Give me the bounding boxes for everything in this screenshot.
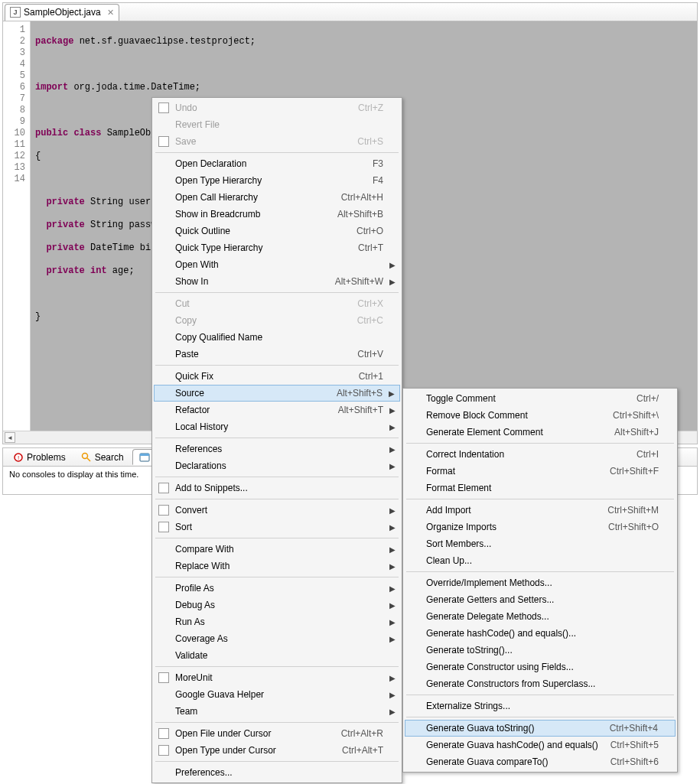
menu-item[interactable]: Open Type HierarchyF4: [154, 172, 400, 189]
menu-item[interactable]: MoreUnit▶: [154, 669, 400, 686]
menu-item[interactable]: Organize ImportsCtrl+Shift+O: [405, 519, 676, 535]
menu-separator: [406, 717, 674, 717]
menu-item[interactable]: Quick OutlineCtrl+O: [154, 223, 400, 239]
menu-item[interactable]: PasteCtrl+V: [154, 346, 400, 363]
menu-item[interactable]: Add to Snippets...: [154, 480, 400, 496]
menu-item-label: Copy Qualified Name: [175, 332, 262, 343]
tab-problems[interactable]: ! Problems: [6, 449, 73, 465]
menu-item[interactable]: References▶: [154, 441, 400, 457]
menu-item-label: Quick Fix: [175, 371, 213, 382]
menu-item[interactable]: Open Call HierarchyCtrl+Alt+H: [154, 189, 400, 206]
menu-item: CopyCtrl+C: [154, 312, 400, 329]
menu-shortcut: Ctrl+Alt+R: [341, 728, 383, 739]
menu-item[interactable]: Debug As▶: [154, 597, 400, 613]
menu-item[interactable]: Profile As▶: [154, 580, 400, 597]
menu-item[interactable]: Show in BreadcrumbAlt+Shift+B: [154, 206, 400, 223]
close-icon[interactable]: ✕: [107, 8, 114, 18]
menu-item[interactable]: Team▶: [154, 703, 400, 720]
java-file-icon: J: [10, 7, 21, 18]
submenu-arrow-icon: ▶: [389, 406, 396, 415]
menu-item[interactable]: Generate Constructor using Fields...: [405, 659, 676, 675]
menu-shortcut: Alt+Shift+W: [335, 276, 383, 287]
menu-item[interactable]: Generate Guava toString()Ctrl+Shift+4: [405, 720, 676, 737]
menu-item[interactable]: Generate Guava hashCode() and equals()Ct…: [405, 737, 676, 753]
menu-item-label: Externalize Strings...: [426, 701, 510, 711]
menu-item-label: Format: [426, 466, 455, 477]
submenu-arrow-icon: ▶: [389, 506, 396, 515]
menu-item-label: Open File under Cursor: [175, 728, 271, 739]
menu-separator: [155, 292, 399, 293]
menu-item[interactable]: Preferences...: [154, 764, 400, 781]
menu-item[interactable]: Run As▶: [154, 613, 400, 630]
tab-filename: SampleObject.java: [24, 7, 101, 18]
console-icon: [139, 452, 150, 463]
menu-item[interactable]: Format Element: [405, 480, 676, 496]
scroll-left-icon[interactable]: ◄: [5, 432, 15, 443]
submenu-arrow-icon: ▶: [389, 445, 396, 454]
menu-item-label: Generate hashCode() and equals()...: [426, 628, 576, 639]
menu-item[interactable]: Add ImportCtrl+Shift+M: [405, 502, 676, 519]
menu-item[interactable]: Generate Getters and Setters...: [405, 591, 676, 608]
menu-item-label: Paste: [175, 349, 199, 359]
tab-search[interactable]: Search: [74, 449, 131, 465]
menu-item[interactable]: Generate Delegate Methods...: [405, 608, 676, 625]
submenu-arrow-icon: ▶: [389, 545, 396, 554]
menu-shortcut: Ctrl+S: [357, 136, 383, 147]
submenu-arrow-icon: ▶: [389, 278, 396, 286]
menu-item[interactable]: Open DeclarationF3: [154, 155, 400, 172]
menu-item[interactable]: Sort▶: [154, 519, 400, 535]
menu-item[interactable]: Quick FixCtrl+1: [154, 368, 400, 385]
menu-item-label: Add Import: [426, 505, 471, 516]
menu-item[interactable]: Coverage As▶: [154, 630, 400, 647]
menu-item: Revert File: [154, 116, 400, 133]
menu-item-label: Sort Members...: [426, 538, 491, 549]
menu-item[interactable]: Open With▶: [154, 256, 400, 273]
menu-item[interactable]: SourceAlt+Shift+S▶: [154, 385, 400, 402]
menu-item[interactable]: RefactorAlt+Shift+T▶: [154, 402, 400, 418]
menu-separator: [406, 571, 674, 572]
menu-shortcut: Alt+Shift+T: [338, 405, 383, 415]
menu-item-label: Organize Imports: [426, 522, 497, 532]
menu-shortcut: Ctrl+X: [357, 298, 383, 309]
menu-shortcut: Ctrl+Z: [358, 102, 383, 113]
menu-item[interactable]: Open Type under CursorCtrl+Alt+T: [154, 742, 400, 759]
menu-item[interactable]: Compare With▶: [154, 541, 400, 558]
menu-shortcut: Ctrl+I: [637, 449, 659, 460]
context-menu[interactable]: UndoCtrl+ZRevert FileSaveCtrl+SOpen Decl…: [151, 97, 402, 783]
menu-item[interactable]: Remove Block CommentCtrl+Shift+\: [405, 407, 676, 424]
menu-item-label: Open Type Hierarchy: [175, 175, 262, 186]
menu-item[interactable]: Show InAlt+Shift+W▶: [154, 273, 400, 290]
menu-item[interactable]: Declarations▶: [154, 457, 400, 474]
menu-item[interactable]: Externalize Strings...: [405, 698, 676, 714]
menu-item[interactable]: Generate hashCode() and equals()...: [405, 625, 676, 642]
menu-item-label: Add to Snippets...: [175, 483, 248, 493]
menu-item[interactable]: Copy Qualified Name: [154, 329, 400, 346]
menu-item[interactable]: Generate Guava compareTo()Ctrl+Shift+6: [405, 753, 676, 770]
menu-item[interactable]: Open File under CursorCtrl+Alt+R: [154, 725, 400, 742]
submenu-arrow-icon: ▶: [389, 691, 396, 699]
menu-item[interactable]: Sort Members...: [405, 535, 676, 552]
submenu-arrow-icon: ▶: [389, 674, 396, 682]
menu-separator: [155, 152, 399, 153]
menu-item[interactable]: Generate Element CommentAlt+Shift+J: [405, 424, 676, 441]
menu-separator: [155, 538, 399, 538]
menu-item-label: Declarations: [175, 460, 226, 471]
menu-item[interactable]: Correct IndentationCtrl+I: [405, 446, 676, 463]
menu-item[interactable]: Clean Up...: [405, 552, 676, 569]
menu-item[interactable]: Validate: [154, 647, 400, 664]
menu-item[interactable]: Replace With▶: [154, 558, 400, 574]
menu-item[interactable]: Local History▶: [154, 418, 400, 435]
menu-item[interactable]: Generate Constructors from Superclass...: [405, 675, 676, 692]
menu-item[interactable]: Toggle CommentCtrl+/: [405, 390, 676, 407]
menu-item[interactable]: Quick Type HierarchyCtrl+T: [154, 239, 400, 256]
menu-item[interactable]: FormatCtrl+Shift+F: [405, 463, 676, 480]
source-submenu[interactable]: Toggle CommentCtrl+/Remove Block Comment…: [402, 388, 678, 773]
menu-item[interactable]: Generate toString()...: [405, 642, 676, 659]
menu-separator: [155, 477, 399, 477]
menu-item[interactable]: Google Guava Helper▶: [154, 686, 400, 703]
menu-item[interactable]: Override/Implement Methods...: [405, 574, 676, 591]
menu-item-label: Override/Implement Methods...: [426, 577, 552, 588]
editor-tab[interactable]: J SampleObject.java ✕: [5, 4, 119, 21]
submenu-arrow-icon: ▶: [389, 708, 396, 716]
menu-item[interactable]: Convert▶: [154, 502, 400, 519]
